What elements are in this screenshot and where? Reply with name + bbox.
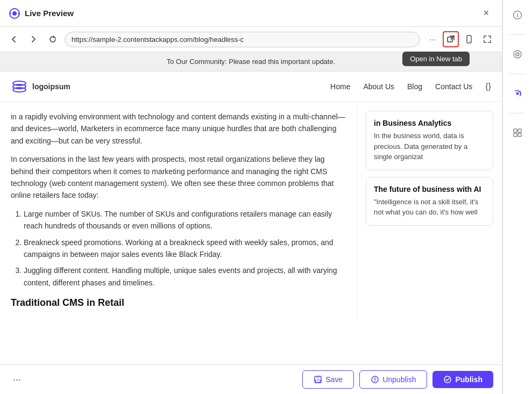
svg-rect-12 <box>316 376 320 378</box>
header: Live Preview × <box>0 0 502 27</box>
paragraph-2: In conversations in the last few years w… <box>11 153 346 202</box>
publish-icon <box>443 375 452 384</box>
divider-1 <box>509 34 526 35</box>
content-sidebar: in Business Analytics In the business wo… <box>357 102 502 319</box>
logo-text: logoipsum <box>32 82 70 91</box>
save-icon <box>314 375 322 384</box>
svg-point-7 <box>469 41 470 42</box>
open-new-tab-tooltip: Open in New tab <box>402 52 470 66</box>
refresh-button[interactable] <box>45 32 60 47</box>
nav-about[interactable]: About Us <box>363 82 394 91</box>
mobile-view-button[interactable] <box>461 31 477 47</box>
unpublish-button[interactable]: Unpublish <box>359 370 427 389</box>
live-preview-icon <box>9 8 20 19</box>
divider-3 <box>509 113 526 113</box>
paragraph-1: in a rapidly evolving environment with t… <box>11 111 346 147</box>
svg-rect-21 <box>514 129 517 132</box>
right-panel <box>502 0 532 394</box>
site-nav: logoipsum Home About Us Blog Contact Us … <box>0 71 502 102</box>
target-panel-icon[interactable] <box>509 46 526 63</box>
info-panel-icon[interactable] <box>509 6 526 24</box>
list-item-3: Juggling different content. Handling mul… <box>24 264 346 289</box>
browser-bar: ··· Open in New tab <box>0 27 502 52</box>
unpublish-icon <box>371 375 379 384</box>
nav-links: Home About Us Blog Contact Us {} <box>330 82 491 91</box>
sidebar-card-2: The future of business with AI "Intellig… <box>366 177 493 226</box>
svg-point-1 <box>12 11 17 16</box>
browser-actions: ··· Open in New tab <box>424 31 495 47</box>
svg-rect-24 <box>518 133 521 137</box>
svg-rect-22 <box>518 129 521 132</box>
close-button[interactable]: × <box>479 5 493 21</box>
sidebar-card-1-text: In the business world, data is precious.… <box>374 131 485 162</box>
publish-button[interactable]: Publish <box>432 371 493 388</box>
sidebar-card-2-text: "Intelligence is not a skill itself, it'… <box>374 197 485 218</box>
svg-point-20 <box>516 92 519 95</box>
bottom-toolbar: ··· Save Unpublish Publish <box>0 364 502 394</box>
grid-panel-icon[interactable] <box>509 124 526 141</box>
content-list: Large number of SKUs. The number of SKUs… <box>11 208 346 289</box>
live-preview-title: Live Preview <box>9 8 74 19</box>
sidebar-card-2-title: The future of business with AI <box>374 185 485 194</box>
fullscreen-button[interactable] <box>479 31 495 47</box>
broadcast-panel-icon[interactable] <box>509 85 526 102</box>
svg-rect-13 <box>315 380 321 382</box>
save-button[interactable]: Save <box>302 370 354 389</box>
svg-rect-23 <box>514 133 517 137</box>
open-new-tab-button[interactable] <box>443 31 459 47</box>
sidebar-card-1-title: in Business Analytics <box>374 119 485 127</box>
nav-contact[interactable]: Contact Us <box>435 82 472 91</box>
url-input[interactable] <box>65 32 420 47</box>
more-options-button[interactable]: ··· <box>424 31 441 47</box>
back-button[interactable] <box>6 32 22 47</box>
forward-button[interactable] <box>26 32 41 47</box>
preview-area: To Our Community: Please read this impor… <box>0 52 502 364</box>
nav-blog[interactable]: Blog <box>407 82 422 91</box>
more-actions-button[interactable]: ··· <box>9 372 25 388</box>
logo-area: logoipsum <box>11 78 70 95</box>
section-heading: Traditional CMS in Retail <box>11 295 346 311</box>
svg-rect-6 <box>467 35 471 43</box>
list-item-1: Large number of SKUs. The number of SKUs… <box>24 208 346 232</box>
main-content: in a rapidly evolving environment with t… <box>0 102 357 319</box>
sidebar-card-1: in Business Analytics In the business wo… <box>366 111 493 170</box>
list-item-2: Breakneck speed promotions. Working at a… <box>24 237 346 261</box>
nav-curly-icon: {} <box>485 82 491 91</box>
divider-2 <box>509 74 526 74</box>
svg-point-19 <box>517 54 518 55</box>
logo-svg <box>11 78 28 95</box>
nav-home[interactable]: Home <box>330 82 350 91</box>
content-area: in a rapidly evolving environment with t… <box>0 102 502 319</box>
